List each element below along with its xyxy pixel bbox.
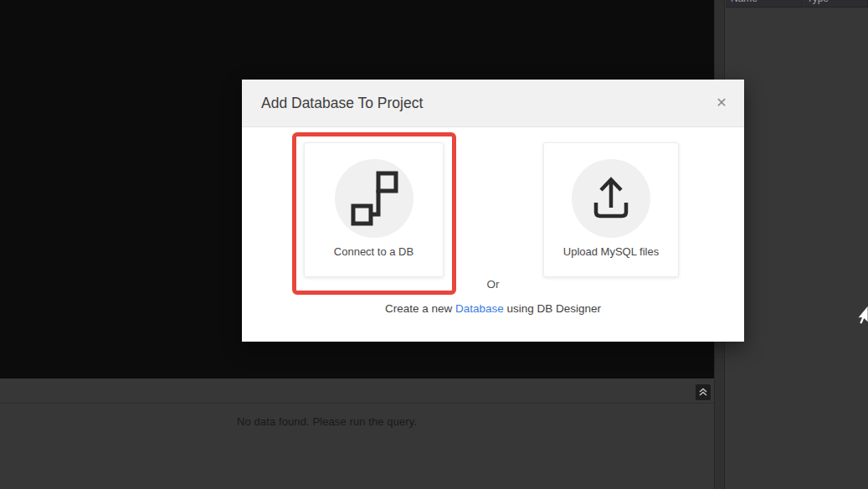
close-icon: ✕ [716,95,727,111]
connect-to-db-card[interactable]: Connect to a DB [304,142,444,277]
modal-header: Add Database To Project ✕ [242,80,744,127]
no-data-message: No data found. Please run the query. [237,415,417,428]
column-header-type[interactable]: Type [802,0,868,7]
modal-title: Add Database To Project [242,80,744,126]
create-line-prefix: Create a new [385,302,455,315]
create-line-suffix: using DB Designer [504,302,601,315]
upload-card-label: Upload MySQL files [563,245,659,258]
or-separator: Or [242,278,744,291]
results-toolbar [0,378,714,404]
db-designer-link[interactable]: Database [455,302,504,315]
upload-icon-circle [572,159,650,238]
chevron-double-up-icon [698,387,708,398]
connect-nodes-icon [335,159,413,238]
schema-table: Name Type [726,0,868,489]
connect-card-label: Connect to a DB [334,245,413,258]
upload-icon [572,159,650,238]
create-database-line: Create a new Database using DB Designer [242,302,744,315]
mouse-cursor-icon [858,306,868,329]
close-button[interactable]: ✕ [711,92,732,112]
upload-mysql-card[interactable]: Upload MySQL files [543,142,679,277]
expand-results-button[interactable] [696,384,711,400]
connect-db-icon-circle [335,159,413,238]
results-panel: No data found. Please run the query. [0,404,714,489]
schema-table-header: Name Type [726,0,868,8]
add-database-modal: Add Database To Project ✕ Connect to a D… [242,80,744,342]
column-header-name[interactable]: Name [726,0,802,7]
